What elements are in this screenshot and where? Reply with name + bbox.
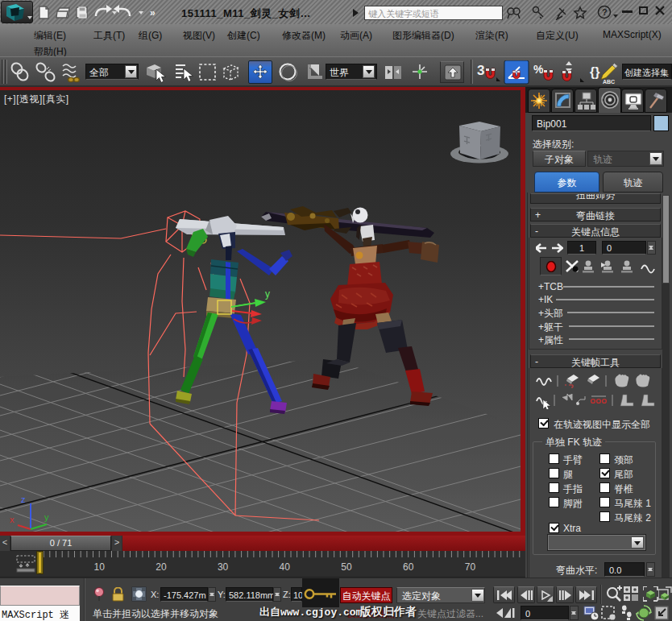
svg-text:50: 50 <box>341 561 352 573</box>
svg-text:ABC: ABC <box>603 79 615 85</box>
svg-text:?: ? <box>602 7 608 17</box>
svg-text:%: % <box>533 63 544 76</box>
svg-text:10: 10 <box>94 561 106 573</box>
svg-text:z: z <box>21 495 26 504</box>
svg-text:40: 40 <box>280 561 291 573</box>
svg-text:60: 60 <box>403 561 414 573</box>
svg-text:y: y <box>44 512 49 522</box>
svg-text:70: 70 <box>465 561 476 573</box>
svg-text:y: y <box>265 288 270 300</box>
svg-text:3: 3 <box>477 63 484 78</box>
svg-text:x: x <box>10 515 15 524</box>
svg-text:{}: {} <box>590 65 599 79</box>
svg-text:30: 30 <box>218 561 229 573</box>
svg-text:20: 20 <box>156 561 167 573</box>
